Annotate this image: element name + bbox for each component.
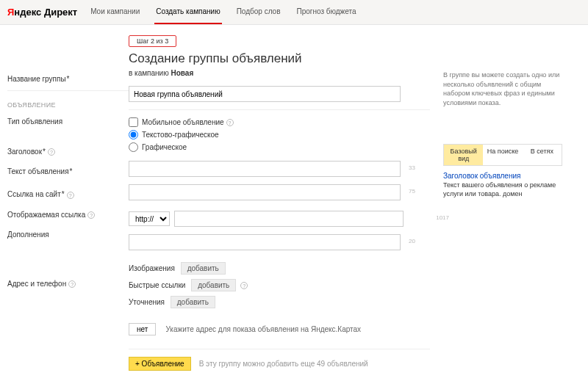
label-ad-text: Текст объявления	[7, 164, 129, 175]
logo-ndex: ндекс	[14, 7, 41, 18]
label-ad-type: Тип объявления	[7, 115, 129, 126]
label-site-link: Ссылка на сайт?	[7, 187, 129, 198]
view-tabs: Базовый вид На поиске В сетях	[443, 144, 562, 166]
quick-links-row: Быстрые ссылки добавить ?	[129, 279, 430, 291]
help-icon[interactable]: ?	[68, 280, 76, 288]
nav-my-campaigns[interactable]: Мои кампании	[89, 0, 141, 24]
text-graphic-radio[interactable]	[129, 130, 138, 139]
address-row: нет Укажите адрес для показа объявления …	[129, 323, 430, 335]
clarifications-row: Уточнения добавить	[129, 296, 430, 308]
images-row: Изображения добавить	[129, 262, 430, 275]
mobile-ad-checkbox-row: Мобильное объявление ?	[129, 117, 430, 127]
left-labels: Название группы ОБЪЯВЛЕНИЕ Тип объявлени…	[7, 35, 129, 381]
ad-text-counter: 75	[409, 188, 415, 195]
display-link-counter: 20	[409, 238, 415, 244]
subtitle: в кампанию Новая	[129, 69, 430, 77]
label-group-name: Название группы	[7, 72, 129, 83]
step-indicator: Шаг 2 из 3	[129, 35, 176, 47]
add-ad-hint: В эту группу можно добавить еще 49 объяв…	[199, 360, 368, 368]
help-icon[interactable]: ?	[240, 282, 248, 289]
group-name-input[interactable]	[129, 86, 401, 102]
logo[interactable]: Яндекс Директ	[7, 7, 77, 18]
mobile-ad-checkbox[interactable]	[129, 117, 138, 127]
site-link-counter: 1017	[436, 214, 449, 221]
text-graphic-label: Текстово-графическое	[142, 131, 219, 139]
subtitle-prefix: в кампанию	[129, 69, 171, 77]
clarifications-label: Уточнения	[129, 298, 165, 306]
mobile-ad-label: Мобильное объявление	[142, 118, 224, 126]
help-icon[interactable]: ?	[226, 119, 234, 126]
label-display-link: Отображаемая ссылка?	[7, 208, 129, 219]
tab-search-view[interactable]: На поиске	[483, 145, 522, 165]
nav-create-campaign[interactable]: Создать кампанию	[154, 0, 221, 24]
display-link-input[interactable]	[129, 234, 401, 250]
help-icon[interactable]: ?	[87, 211, 95, 219]
add-ad-row: + Объявление В эту группу можно добавить…	[129, 357, 430, 371]
tab-basic-view[interactable]: Базовый вид	[444, 145, 483, 165]
page-title: Создание группы объявлений	[129, 51, 430, 66]
images-label: Изображения	[129, 264, 175, 272]
images-add-button[interactable]: добавить	[181, 262, 226, 275]
ad-preview-text: Текст вашего объявления о рекламе услуги…	[443, 181, 562, 198]
headline-input[interactable]	[129, 161, 401, 177]
logo-ya: Я	[7, 7, 14, 18]
label-address-phone: Адрес и телефон?	[7, 277, 129, 288]
label-ad-section: ОБЪЯВЛЕНИЕ	[7, 98, 129, 109]
ad-text-input[interactable]	[129, 184, 401, 200]
nav-word-selection[interactable]: Подбор слов	[235, 0, 282, 24]
add-ad-button[interactable]: + Объявление	[129, 357, 191, 371]
label-headline: Заголовок?	[7, 145, 129, 156]
help-text: В группе вы можете создать одно или неск…	[443, 70, 562, 107]
help-icon[interactable]: ?	[67, 192, 74, 199]
address-toggle[interactable]: нет	[129, 323, 156, 335]
clarifications-add-button[interactable]: добавить	[171, 296, 215, 308]
quick-links-label: Быстрые ссылки	[129, 281, 185, 289]
header-bar: Яндекс Директ Мои кампании Создать кампа…	[0, 0, 588, 25]
graphic-radio[interactable]	[129, 142, 138, 152]
content-area: Название группы ОБЪЯВЛЕНИЕ Тип объявлени…	[0, 25, 588, 381]
tab-networks-view[interactable]: В сетях	[523, 145, 562, 165]
site-link-input[interactable]	[174, 211, 404, 227]
right-column: В группе вы можете создать одно или неск…	[430, 35, 562, 381]
main-nav: Мои кампании Создать кампанию Подбор сло…	[89, 0, 357, 24]
protocol-select[interactable]: http://	[129, 211, 170, 226]
help-icon[interactable]: ?	[48, 148, 55, 156]
ad-preview-title: Заголовок объявления	[443, 172, 562, 180]
address-hint: Укажите адрес для показа объявления на Я…	[165, 325, 361, 333]
form-column: Шаг 2 из 3 Создание группы объявлений в …	[129, 35, 430, 381]
campaign-name: Новая	[171, 69, 194, 77]
headline-counter: 33	[409, 164, 415, 171]
graphic-label: Графическое	[142, 143, 187, 151]
text-graphic-radio-row: Текстово-графическое	[129, 130, 430, 139]
logo-direct: Директ	[44, 7, 77, 18]
quick-links-add-button[interactable]: добавить	[191, 279, 236, 291]
graphic-radio-row: Графическое	[129, 142, 430, 152]
nav-budget-forecast[interactable]: Прогноз бюджета	[295, 0, 357, 24]
label-additions: Дополнения	[7, 228, 129, 239]
